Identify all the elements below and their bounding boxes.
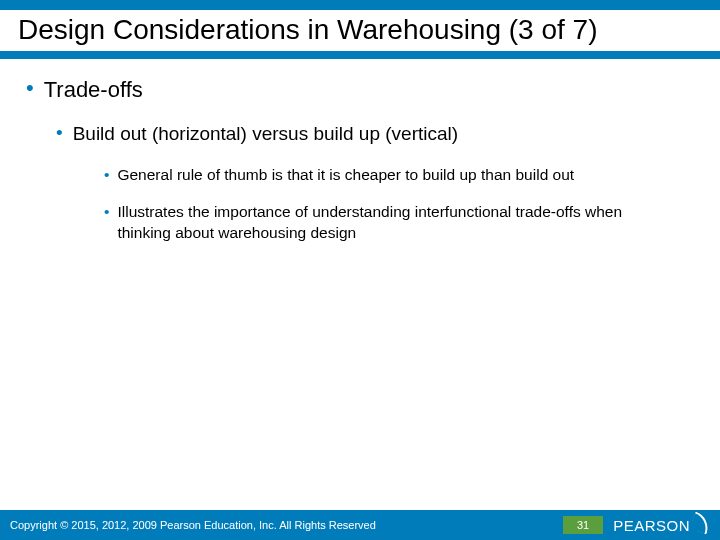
bullet-icon: • xyxy=(104,202,109,244)
brand-swoosh-icon xyxy=(689,511,712,534)
bullet-level3: • General rule of thumb is that it is ch… xyxy=(104,165,694,186)
bullet-text: Build out (horizontal) versus build up (… xyxy=(73,123,458,145)
bullet-icon: • xyxy=(104,165,109,186)
bullet-level2: • Build out (horizontal) versus build up… xyxy=(56,123,694,145)
copyright-text: Copyright © 2015, 2012, 2009 Pearson Edu… xyxy=(10,519,563,531)
content-area: • Trade-offs • Build out (horizontal) ve… xyxy=(0,59,720,244)
slide-title: Design Considerations in Warehousing (3 … xyxy=(0,10,720,51)
page-number: 31 xyxy=(563,516,603,534)
brand-logo: PEARSON xyxy=(613,514,710,536)
bullet-text: Illustrates the importance of understand… xyxy=(117,202,677,244)
bullet-text: General rule of thumb is that it is chea… xyxy=(117,165,574,186)
title-band: Design Considerations in Warehousing (3 … xyxy=(0,0,720,59)
bullet-icon: • xyxy=(56,123,63,145)
brand-text: PEARSON xyxy=(613,517,690,534)
bullet-level1: • Trade-offs xyxy=(26,77,694,103)
bullet-text: Trade-offs xyxy=(44,77,143,103)
bullet-level3: • Illustrates the importance of understa… xyxy=(104,202,694,244)
footer-bar: Copyright © 2015, 2012, 2009 Pearson Edu… xyxy=(0,510,720,540)
bullet-icon: • xyxy=(26,77,34,103)
